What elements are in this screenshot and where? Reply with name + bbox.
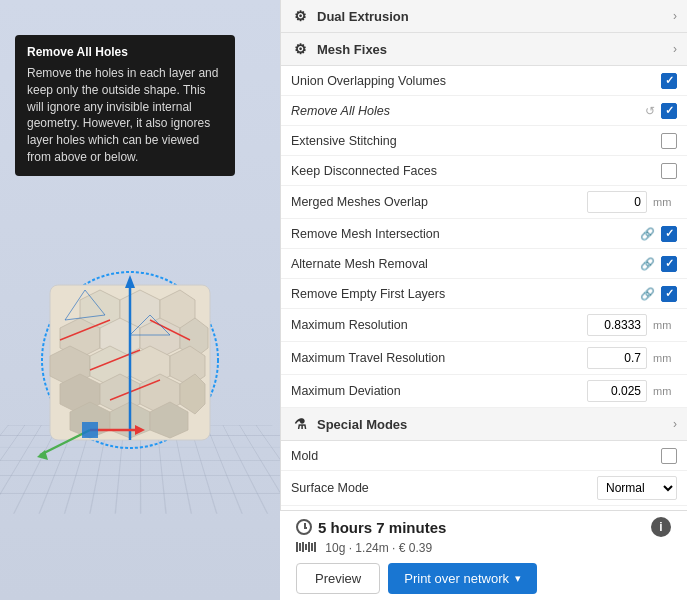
row-remove-mesh-intersection: Remove Mesh Intersection 🔗: [281, 219, 687, 249]
mesh-fixes-icon: ⚙: [291, 40, 309, 58]
row-surface-mode: Surface Mode Normal Surface Both: [281, 471, 687, 506]
row-max-travel-resolution: Maximum Travel Resolution mm: [281, 342, 687, 375]
preview-button[interactable]: Preview: [296, 563, 380, 594]
label-union-overlapping: Union Overlapping Volumes: [291, 74, 661, 88]
dual-extrusion-label: Dual Extrusion: [317, 9, 409, 24]
controls-max-resolution: mm: [587, 314, 677, 336]
link-icon-remove-mesh-intersection[interactable]: 🔗: [640, 227, 655, 241]
unit-merged-meshes-overlap: mm: [653, 196, 677, 208]
row-union-overlapping: Union Overlapping Volumes: [281, 66, 687, 96]
row-remove-empty-first-layers: Remove Empty First Layers 🔗: [281, 279, 687, 309]
controls-remove-all-holes: ↺: [645, 103, 677, 119]
select-surface-mode[interactable]: Normal Surface Both: [597, 476, 677, 500]
special-modes-label: Special Modes: [317, 417, 407, 432]
controls-mold: [661, 448, 677, 464]
controls-surface-mode: Normal Surface Both: [597, 476, 677, 500]
bottom-bar: 5 hours 7 minutes i 10g · 1.24m · € 0.39…: [280, 510, 687, 600]
label-max-resolution: Maximum Resolution: [291, 318, 587, 332]
checkbox-remove-all-holes[interactable]: [661, 103, 677, 119]
section-special-modes[interactable]: ⚗ Special Modes ›: [281, 408, 687, 441]
dual-extrusion-icon: ⚙: [291, 7, 309, 25]
print-button[interactable]: Print over network ▾: [388, 563, 537, 594]
reset-icon-remove-all-holes[interactable]: ↺: [645, 104, 655, 118]
label-remove-all-holes: Remove All Holes: [291, 104, 645, 118]
checkbox-union-overlapping[interactable]: [661, 73, 677, 89]
time-label: 5 hours 7 minutes: [296, 519, 446, 536]
checkbox-remove-mesh-intersection[interactable]: [661, 226, 677, 242]
tooltip-text: Remove the holes in each layer and keep …: [27, 65, 223, 166]
tooltip-title: Remove All Holes: [27, 45, 223, 59]
checkbox-alternate-mesh-removal[interactable]: [661, 256, 677, 272]
clock-icon: [296, 519, 312, 535]
input-max-deviation[interactable]: [587, 380, 647, 402]
material-value: 10g · 1.24m · € 0.39: [325, 541, 432, 555]
row-alternate-mesh-removal: Alternate Mesh Removal 🔗: [281, 249, 687, 279]
controls-union-overlapping: [661, 73, 677, 89]
label-merged-meshes-overlap: Merged Meshes Overlap: [291, 195, 587, 209]
info-button[interactable]: i: [651, 517, 671, 537]
barcode-icon: [296, 541, 316, 553]
checkbox-extensive-stitching[interactable]: [661, 133, 677, 149]
row-max-resolution: Maximum Resolution mm: [281, 309, 687, 342]
input-max-travel-resolution[interactable]: [587, 347, 647, 369]
print-label: Print over network: [404, 571, 509, 586]
svg-marker-31: [135, 425, 145, 435]
label-keep-disconnected: Keep Disconnected Faces: [291, 164, 661, 178]
label-surface-mode: Surface Mode: [291, 481, 597, 495]
special-modes-icon: ⚗: [291, 415, 309, 433]
material-row: 10g · 1.24m · € 0.39: [296, 541, 671, 555]
time-row: 5 hours 7 minutes i: [296, 517, 671, 537]
mesh-fixes-chevron: ›: [673, 42, 677, 56]
section-dual-extrusion[interactable]: ⚙ Dual Extrusion ›: [281, 0, 687, 33]
controls-remove-mesh-intersection: 🔗: [640, 226, 677, 242]
controls-extensive-stitching: [661, 133, 677, 149]
label-remove-empty-first-layers: Remove Empty First Layers: [291, 287, 640, 301]
row-extensive-stitching: Extensive Stitching: [281, 126, 687, 156]
row-merged-meshes-overlap: Merged Meshes Overlap mm: [281, 186, 687, 219]
3d-object: [30, 260, 230, 460]
label-mold: Mold: [291, 449, 661, 463]
label-extensive-stitching: Extensive Stitching: [291, 134, 661, 148]
svg-rect-32: [82, 422, 98, 438]
checkbox-mold[interactable]: [661, 448, 677, 464]
svg-marker-27: [125, 275, 135, 288]
controls-merged-meshes-overlap: mm: [587, 191, 677, 213]
controls-max-deviation: mm: [587, 380, 677, 402]
input-merged-meshes-overlap[interactable]: [587, 191, 647, 213]
input-max-resolution[interactable]: [587, 314, 647, 336]
controls-alternate-mesh-removal: 🔗: [640, 256, 677, 272]
unit-max-deviation: mm: [653, 385, 677, 397]
tooltip-box: Remove All Holes Remove the holes in eac…: [15, 35, 235, 176]
controls-remove-empty-first-layers: 🔗: [640, 286, 677, 302]
link-icon-alternate-mesh-removal[interactable]: 🔗: [640, 257, 655, 271]
time-value: 5 hours 7 minutes: [318, 519, 446, 536]
right-panel: ⚙ Dual Extrusion › ⚙ Mesh Fixes › Union …: [280, 0, 687, 510]
viewport: Remove All Holes Remove the holes in eac…: [0, 0, 280, 600]
print-chevron-icon: ▾: [515, 572, 521, 585]
dual-extrusion-chevron: ›: [673, 9, 677, 23]
label-alternate-mesh-removal: Alternate Mesh Removal: [291, 257, 640, 271]
label-remove-mesh-intersection: Remove Mesh Intersection: [291, 227, 640, 241]
unit-max-travel-resolution: mm: [653, 352, 677, 364]
mesh-fixes-label: Mesh Fixes: [317, 42, 387, 57]
section-mesh-fixes[interactable]: ⚙ Mesh Fixes ›: [281, 33, 687, 66]
special-modes-chevron: ›: [673, 417, 677, 431]
unit-max-resolution: mm: [653, 319, 677, 331]
row-keep-disconnected: Keep Disconnected Faces: [281, 156, 687, 186]
link-icon-remove-empty-first-layers[interactable]: 🔗: [640, 287, 655, 301]
row-mold: Mold: [281, 441, 687, 471]
controls-keep-disconnected: [661, 163, 677, 179]
checkbox-keep-disconnected[interactable]: [661, 163, 677, 179]
row-remove-all-holes: Remove All Holes ↺: [281, 96, 687, 126]
label-max-deviation: Maximum Deviation: [291, 384, 587, 398]
controls-max-travel-resolution: mm: [587, 347, 677, 369]
row-max-deviation: Maximum Deviation mm: [281, 375, 687, 408]
action-row: Preview Print over network ▾: [296, 563, 671, 594]
label-max-travel-resolution: Maximum Travel Resolution: [291, 351, 587, 365]
checkbox-remove-empty-first-layers[interactable]: [661, 286, 677, 302]
